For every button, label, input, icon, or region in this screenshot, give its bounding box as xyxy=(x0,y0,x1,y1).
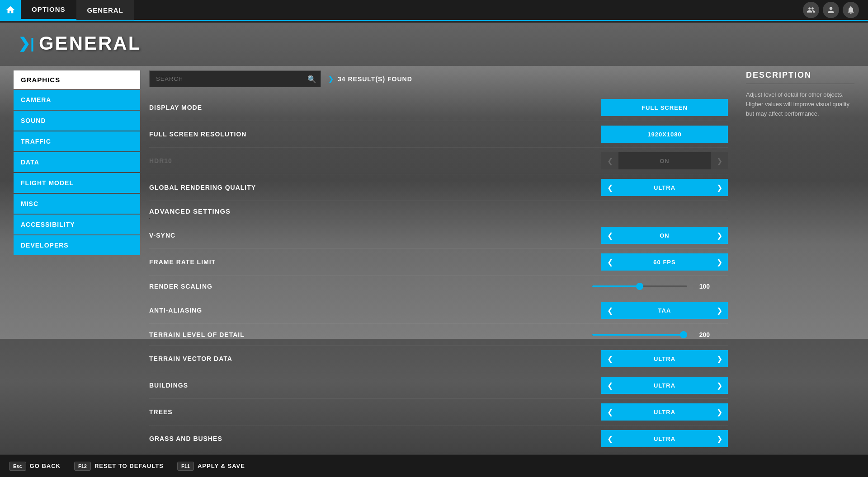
f12-key-badge: F12 xyxy=(74,462,91,471)
bottom-bar: Esc GO BACK F12 RESET TO DEFAULTS F11 AP… xyxy=(0,454,868,477)
search-container: 🔍 xyxy=(149,70,321,87)
trees-label: TREES xyxy=(149,408,601,416)
render-scaling-slider-container: 100 xyxy=(592,283,710,290)
grass-bushes-row: GRASS AND BUSHES ❮ ULTRA ❯ xyxy=(149,426,728,452)
results-count: ❯ 34 RESULT(S) FOUND xyxy=(328,75,412,83)
global-rendering-control: ❮ ULTRA ❯ xyxy=(601,179,728,196)
general-nav-item[interactable]: GENERAL xyxy=(76,0,134,20)
anti-aliasing-prev-button[interactable]: ❮ xyxy=(601,302,618,319)
anti-aliasing-control: ❮ TAA ❯ xyxy=(601,302,728,319)
anti-aliasing-next-button[interactable]: ❯ xyxy=(711,302,728,319)
terrain-vector-row: TERRAIN VECTOR DATA ❮ ULTRA ❯ xyxy=(149,346,728,372)
sidebar-header: GRAPHICS xyxy=(14,70,140,89)
buildings-row: BUILDINGS ❮ ULTRA ❯ xyxy=(149,372,728,399)
grass-bushes-control: ❮ ULTRA ❯ xyxy=(601,430,728,447)
buildings-next-button[interactable]: ❯ xyxy=(711,377,728,394)
terrain-vector-control: ❮ ULTRA ❯ xyxy=(601,350,728,367)
frame-rate-next-button[interactable]: ❯ xyxy=(711,253,728,271)
render-scaling-row: RENDER SCALING 100 xyxy=(149,276,728,297)
full-screen-res-row: FULL SCREEN RESOLUTION 1920X1080 xyxy=(149,121,728,148)
terrain-vector-label: TERRAIN VECTOR DATA xyxy=(149,355,601,362)
frame-rate-row: FRAME RATE LIMIT ❮ 60 FPS ❯ xyxy=(149,249,728,276)
terrain-lod-thumb[interactable] xyxy=(680,331,687,338)
hdr10-control: ❮ ON ❯ xyxy=(601,152,728,169)
vsync-next-button[interactable]: ❯ xyxy=(711,227,728,244)
search-input[interactable] xyxy=(149,70,321,87)
terrain-lod-control: 200 xyxy=(592,331,728,338)
content-body: GRAPHICS CAMERA SOUND TRAFFIC DATA FLIGH… xyxy=(0,66,868,454)
render-scaling-value: 100 xyxy=(692,283,710,290)
sidebar-item-developers[interactable]: DEVELOPERS xyxy=(14,235,140,255)
f11-key-badge: F11 xyxy=(177,462,194,471)
display-mode-row: DISPLAY MODE FULL SCREEN xyxy=(149,94,728,121)
terrain-vector-prev-button[interactable]: ❮ xyxy=(601,350,618,367)
top-navigation: OPTIONS GENERAL xyxy=(0,0,868,21)
global-rendering-next-button[interactable]: ❯ xyxy=(711,179,728,196)
sidebar-item-accessibility[interactable]: ACCESSIBILITY xyxy=(14,215,140,234)
sidebar-item-flight-model[interactable]: FLIGHT MODEL xyxy=(14,173,140,193)
terrain-lod-slider-container: 200 xyxy=(592,331,710,338)
vsync-row: V-SYNC ❮ ON ❯ xyxy=(149,222,728,249)
sidebar-item-camera[interactable]: CAMERA xyxy=(14,90,140,110)
page-title: GENERAL xyxy=(39,33,141,54)
search-icon[interactable]: 🔍 xyxy=(307,75,316,83)
sidebar-item-sound[interactable]: SOUND xyxy=(14,111,140,131)
anti-aliasing-label: ANTI-ALIASING xyxy=(149,307,601,314)
grass-bushes-prev-button[interactable]: ❮ xyxy=(601,430,618,447)
vsync-value: ON xyxy=(618,227,711,244)
buildings-value: ULTRA xyxy=(618,377,711,394)
terrain-lod-fill xyxy=(592,334,687,336)
hdr10-prev-button[interactable]: ❮ xyxy=(601,152,618,169)
terrain-lod-value: 200 xyxy=(692,331,710,338)
multiplayer-icon-button[interactable] xyxy=(803,2,819,18)
buildings-prev-button[interactable]: ❮ xyxy=(601,377,618,394)
display-mode-label: DISPLAY MODE xyxy=(149,104,601,111)
esc-key-badge: Esc xyxy=(9,462,26,471)
render-scaling-thumb[interactable] xyxy=(636,283,643,290)
apply-save-button[interactable]: F11 APPLY & SAVE xyxy=(177,462,245,471)
terrain-lod-label: TERRAIN LEVEL OF DETAIL xyxy=(149,331,592,338)
frame-rate-prev-button[interactable]: ❮ xyxy=(601,253,618,271)
global-rendering-prev-button[interactable]: ❮ xyxy=(601,179,618,196)
sidebar-item-misc[interactable]: MISC xyxy=(14,194,140,214)
home-button[interactable] xyxy=(0,0,21,20)
description-text: Adjust level of detail for other objects… xyxy=(746,90,854,118)
render-scaling-track xyxy=(592,285,687,287)
go-back-button[interactable]: Esc GO BACK xyxy=(9,462,61,471)
grass-bushes-next-button[interactable]: ❯ xyxy=(711,430,728,447)
anti-aliasing-row: ANTI-ALIASING ❮ TAA ❯ xyxy=(149,297,728,324)
display-mode-control: FULL SCREEN xyxy=(601,99,728,116)
options-nav-item[interactable]: OPTIONS xyxy=(21,0,76,20)
results-arrow-icon: ❯ xyxy=(328,75,334,83)
vsync-prev-button[interactable]: ❮ xyxy=(601,227,618,244)
hdr10-row: HDR10 ❮ ON ❯ xyxy=(149,148,728,174)
go-back-label: GO BACK xyxy=(30,463,61,469)
terrain-vector-next-button[interactable]: ❯ xyxy=(711,350,728,367)
trees-next-button[interactable]: ❯ xyxy=(711,403,728,421)
terrain-lod-row: TERRAIN LEVEL OF DETAIL 200 xyxy=(149,324,728,346)
grass-bushes-value: ULTRA xyxy=(618,430,711,447)
grass-bushes-label: GRASS AND BUSHES xyxy=(149,435,601,442)
reset-defaults-button[interactable]: F12 RESET TO DEFAULTS xyxy=(74,462,164,471)
advanced-settings-title: ADVANCED SETTINGS xyxy=(149,201,728,218)
sidebar-item-traffic[interactable]: TRAFFIC xyxy=(14,131,140,151)
notifications-icon-button[interactable] xyxy=(843,2,859,18)
profile-icon-button[interactable] xyxy=(823,2,839,18)
nav-icons xyxy=(803,2,868,18)
trees-row: TREES ❮ ULTRA ❯ xyxy=(149,399,728,426)
settings-list: DISPLAY MODE FULL SCREEN FULL SCREEN RES… xyxy=(149,94,728,454)
trees-prev-button[interactable]: ❮ xyxy=(601,403,618,421)
frame-rate-value: 60 FPS xyxy=(618,253,711,271)
terrain-vector-value: ULTRA xyxy=(618,350,711,367)
reset-defaults-label: RESET TO DEFAULTS xyxy=(94,463,164,469)
render-scaling-control: 100 xyxy=(592,283,728,290)
display-mode-value[interactable]: FULL SCREEN xyxy=(601,99,728,116)
hdr10-label: HDR10 xyxy=(149,157,601,164)
hdr10-next-button[interactable]: ❯ xyxy=(711,152,728,169)
full-screen-res-value[interactable]: 1920X1080 xyxy=(601,126,728,143)
sidebar-item-data[interactable]: DATA xyxy=(14,152,140,172)
anti-aliasing-value: TAA xyxy=(618,302,711,319)
description-panel: DESCRIPTION Adjust level of detail for o… xyxy=(737,66,854,454)
frame-rate-control: ❮ 60 FPS ❯ xyxy=(601,253,728,271)
sidebar: GRAPHICS CAMERA SOUND TRAFFIC DATA FLIGH… xyxy=(14,66,140,454)
